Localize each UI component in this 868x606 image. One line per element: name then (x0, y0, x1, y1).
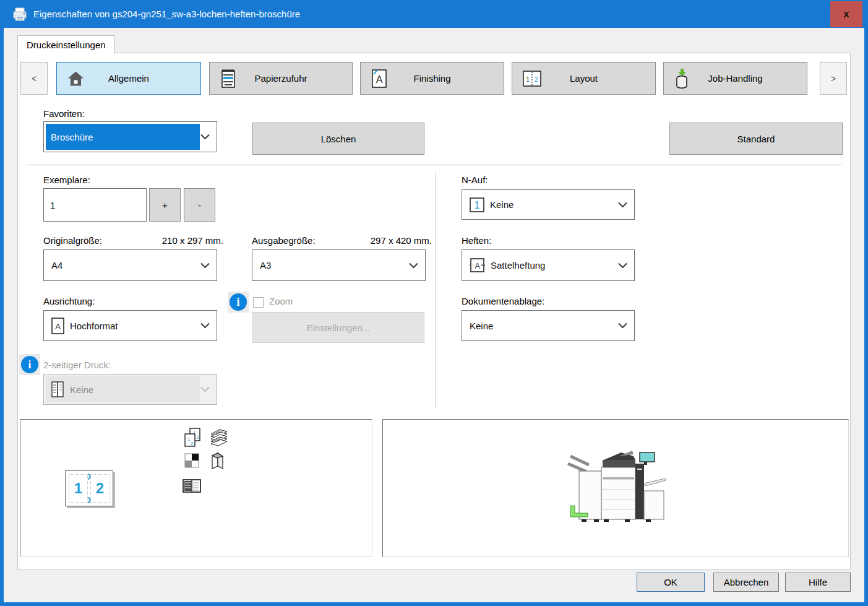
nav-tab-label: Job-Handling (708, 73, 762, 84)
storage-value: Keine (470, 321, 493, 331)
finishing-page-icon: A (371, 69, 387, 89)
tab-page: < Allgemein Papierzufuhr (17, 53, 851, 570)
folded-pamphlet-icon (210, 451, 225, 470)
chevron-down-icon (618, 323, 627, 329)
chevron-down-icon (409, 262, 418, 268)
svg-text:2: 2 (196, 435, 199, 440)
chevron-down-icon (200, 323, 210, 329)
nav-tab-finishing[interactable]: A Finishing (360, 62, 504, 95)
nav-tab-label: Allgemein (108, 73, 149, 84)
horizontal-separator (26, 165, 842, 165)
dialog-body: Druckeinstellungen < Allgemein (4, 28, 864, 602)
printer-icon (12, 7, 27, 21)
zoom-info-icon[interactable]: i (228, 292, 249, 313)
svg-text:A: A (475, 261, 480, 271)
cancel-label: Abbrechen (724, 577, 769, 587)
preview-page-number-2: 2 (96, 480, 104, 497)
output-size-label: Ausgabegröße: (252, 235, 316, 246)
favorites-select[interactable]: Broschüre (43, 121, 217, 152)
home-icon (67, 71, 84, 86)
standard-label: Standard (737, 134, 775, 144)
original-size-dimensions: 210 x 297 mm. (129, 235, 223, 246)
tab-label: Druckeinstellungen (27, 40, 106, 50)
close-button[interactable]: x (830, 1, 862, 27)
printer-illustration (565, 448, 668, 528)
nav-next-label: > (831, 74, 836, 84)
close-icon: x (843, 8, 849, 20)
nav-next-button[interactable]: > (820, 62, 847, 95)
ok-label: OK (664, 577, 677, 587)
copies-input[interactable]: 1 (43, 188, 147, 222)
chevron-down-icon (618, 202, 627, 207)
duplex-value: Keine (70, 384, 93, 395)
favorites-label: Favoriten: (43, 108, 85, 119)
copies-increment-button[interactable]: + (149, 188, 181, 222)
nav-tab-job-handling[interactable]: Job-Handling (663, 62, 807, 95)
original-size-select[interactable]: A4 (43, 249, 217, 281)
chevron-down-icon (200, 387, 210, 392)
portrait-page-icon: A (51, 318, 64, 334)
zoom-checkbox[interactable] (253, 297, 264, 308)
cancel-button[interactable]: Abbrechen (713, 573, 779, 592)
booklet-icon (51, 381, 64, 398)
minus-icon: - (198, 200, 201, 210)
svg-text:A: A (376, 74, 383, 85)
help-label: Hilfe (809, 577, 827, 587)
copies-value: 1 (50, 200, 55, 210)
zoom-settings-button[interactable]: Einstellungen... (252, 312, 424, 343)
grayscale-icon (184, 453, 199, 468)
favorites-selected-value: Broschüre (46, 124, 200, 150)
orientation-value: Hochformat (70, 321, 118, 331)
chevron-down-icon (200, 134, 210, 140)
ok-button[interactable]: OK (637, 573, 705, 592)
nup-label: N-Auf: (462, 175, 488, 185)
layout-pages-icon: 1 2 (523, 71, 541, 87)
nup-value: Keine (490, 199, 513, 210)
nav-tab-allgemein[interactable]: Allgemein (56, 62, 201, 95)
delete-favorite-button[interactable]: Löschen (252, 123, 424, 155)
output-size-dimensions: 297 x 420 mm. (340, 235, 432, 246)
standard-button[interactable]: Standard (669, 123, 843, 155)
nav-prev-button[interactable]: < (20, 62, 48, 95)
orientation-select[interactable]: A Hochformat (43, 310, 217, 341)
info-letter: i (28, 358, 31, 371)
nav-prev-label: < (32, 74, 37, 84)
staple-value: Sattelheftung (491, 260, 545, 271)
nav-tab-papierzufuhr[interactable]: Papierzufuhr (209, 62, 353, 95)
svg-text:1: 1 (526, 76, 530, 83)
duplex-select[interactable]: Keine (43, 374, 217, 405)
job-stack-icon (674, 68, 690, 89)
window-title: Eigenschaften von gs204-gn251_sw-a3-loch… (33, 9, 300, 19)
zoom-label: Zoom (269, 296, 293, 306)
chevron-down-icon (200, 262, 210, 268)
storage-select[interactable]: Keine (462, 310, 635, 341)
nav-tab-label: Papierzufuhr (254, 73, 307, 84)
help-button[interactable]: Hilfe (785, 573, 851, 592)
duplex-label: 2-seitiger Druck: (43, 360, 111, 370)
nav-tab-label: Finishing (413, 73, 450, 84)
chevron-down-icon (618, 262, 627, 268)
zoom-settings-label: Einstellungen... (307, 322, 371, 333)
tab-druckeinstellungen[interactable]: Druckeinstellungen (17, 35, 115, 54)
staple-select[interactable]: A Sattelheftung (462, 249, 635, 281)
nav-tab-label: Layout (570, 73, 598, 84)
nav-tab-layout[interactable]: 1 2 Layout (512, 62, 656, 95)
svg-text:A: A (55, 322, 61, 331)
nup-select[interactable]: 1 Keine (462, 189, 635, 220)
delete-favorite-label: Löschen (321, 134, 356, 144)
paper-source-icon (220, 69, 236, 89)
booklet-page-preview: 1 2 (65, 470, 113, 506)
favorites-value-text: Broschüre (51, 132, 93, 142)
copies-label: Exemplare: (43, 175, 90, 185)
output-size-value: A3 (260, 260, 271, 271)
duplex-selected-value: Keine (46, 376, 200, 402)
settings-preview-panel: 1 2 1 2 1 2 (20, 419, 372, 557)
output-size-select[interactable]: A3 (252, 249, 426, 281)
duplex-info-icon[interactable]: i (19, 354, 40, 375)
preview-page-number-1: 1 (74, 480, 82, 497)
copies-decrement-button[interactable]: - (184, 188, 215, 222)
paper-stack-icon (209, 428, 229, 447)
nup-one-page-icon: 1 (470, 197, 484, 212)
svg-text:2: 2 (535, 76, 538, 83)
original-size-value: A4 (51, 260, 62, 271)
